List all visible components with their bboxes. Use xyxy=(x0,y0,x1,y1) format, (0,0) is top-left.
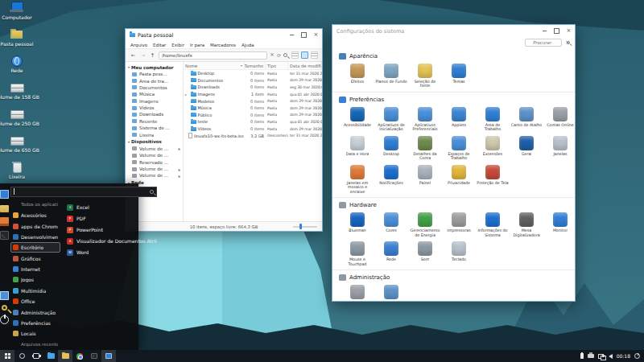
start-menu-category[interactable]: Gráficos xyxy=(10,253,60,263)
menu-item[interactable]: Ir para xyxy=(190,43,204,47)
start-menu-category[interactable]: Jogos xyxy=(10,274,60,285)
printer-icon[interactable] xyxy=(588,354,594,358)
eject-icon[interactable]: ▲ xyxy=(178,174,180,178)
file-row[interactable]: ▸ Imagens 1 item Pasta qua 01 abr 2020 0… xyxy=(184,91,322,98)
computer-icon[interactable] xyxy=(0,190,9,199)
settings-task[interactable] xyxy=(101,350,116,362)
settings-item[interactable]: Rede xyxy=(374,239,408,268)
settings-item[interactable]: Configurações Nvidia xyxy=(341,282,374,301)
desktop-icon[interactable]: Computador xyxy=(0,2,43,27)
settings-item[interactable]: Blueman xyxy=(341,210,374,239)
desktop-icon[interactable]: Volume de 158 GB xyxy=(0,81,43,106)
settings-item[interactable]: Som xyxy=(408,239,442,268)
start-menu-category[interactable]: Preferências xyxy=(10,318,60,328)
settings-item[interactable]: Janelas xyxy=(543,134,575,162)
start-menu-category[interactable]: Escritório xyxy=(10,242,60,253)
sidebar-section-header[interactable]: ▾Dispositivos xyxy=(126,138,183,146)
settings-item[interactable]: Geral xyxy=(510,134,543,162)
sidebar-item[interactable]: Recente xyxy=(126,118,183,125)
file-row[interactable]: ▸ linuxfx10-wx-lts-beta.iso 3,2 GB Desco… xyxy=(184,132,322,139)
menu-item[interactable]: Editar xyxy=(153,43,166,47)
settings-item[interactable]: Temas xyxy=(442,61,476,90)
file-row[interactable]: ▸ Desktop 0 itens Pasta ter 31 mar 2020 … xyxy=(184,70,322,77)
settings-item[interactable]: Impressoras xyxy=(442,210,476,239)
icon-view-button[interactable] xyxy=(291,51,299,59)
start-menu-category[interactable]: Office xyxy=(10,296,60,306)
start-menu-category[interactable]: apps de Chrome xyxy=(10,220,60,231)
zoom-slider-thumb[interactable] xyxy=(299,224,302,229)
terminal-launcher[interactable] xyxy=(87,350,101,362)
volume-icon[interactable] xyxy=(609,354,613,359)
maximize-button[interactable] xyxy=(551,25,563,37)
path-input[interactable] xyxy=(159,51,267,60)
compact-view-button[interactable] xyxy=(311,51,318,59)
file-row[interactable]: ▸ Downloads 0 itens Pasta seg 30 mar 202… xyxy=(184,84,322,91)
settings-item[interactable]: Área de Trabalho xyxy=(476,105,510,134)
settings-item[interactable]: Seleção de fonte xyxy=(408,61,442,90)
settings-item[interactable]: Data e Hora xyxy=(341,134,374,162)
sidebar-item[interactable]: Imagens xyxy=(126,98,183,105)
sidebar-device-item[interactable]: Reservado ... xyxy=(126,159,183,166)
menu-item[interactable]: Marcadores xyxy=(210,43,236,47)
sidebar-device-item[interactable]: Volume de ... ▲ xyxy=(126,146,183,152)
settings-item[interactable]: Janelas em mosaico e encaixe xyxy=(341,162,374,195)
file-manager-icon[interactable] xyxy=(0,205,9,212)
sidebar-item[interactable]: Música xyxy=(126,91,183,97)
power-tray-icon[interactable] xyxy=(634,353,640,359)
search-icon[interactable] xyxy=(283,53,287,57)
settings-item[interactable]: Teclado xyxy=(442,239,476,268)
column-header-name[interactable]: Nome xyxy=(184,62,245,69)
column-header-type[interactable]: Tipo xyxy=(266,62,288,69)
search-button[interactable] xyxy=(14,350,29,362)
start-menu-category[interactable]: Acessórios xyxy=(10,210,60,220)
file-manager-launcher[interactable] xyxy=(43,350,58,362)
column-header-size[interactable]: Tamanho xyxy=(245,62,266,69)
start-menu-category[interactable]: Locais xyxy=(10,328,60,339)
settings-item[interactable]: Painel xyxy=(408,162,442,195)
desktop-icon[interactable]: Volume de 650 GB xyxy=(0,134,43,159)
file-row[interactable]: ▸ Música 0 itens Pasta dom 29 mar 2020 2… xyxy=(184,105,322,112)
list-view-button[interactable] xyxy=(301,51,308,59)
desktop-icon[interactable]: Volume de 250 GB xyxy=(0,108,43,133)
settings-item[interactable]: Espaços de Trabalho xyxy=(442,134,476,162)
refresh-icon[interactable]: ⟳ xyxy=(277,53,281,58)
sidebar-section-header[interactable]: ▾Meu computador xyxy=(126,64,183,71)
start-menu-category[interactable]: Desenvolvimento xyxy=(10,232,60,242)
settings-item[interactable]: Aplicativos de Inicialização xyxy=(374,105,408,134)
menu-item[interactable]: Ajuda xyxy=(242,43,254,47)
settings-item[interactable]: Canto de Atalho xyxy=(510,105,543,134)
desktop-icon[interactable]: Pasta pessoal xyxy=(0,28,43,53)
clock[interactable]: 00:18 xyxy=(617,353,630,359)
start-button[interactable] xyxy=(0,350,14,362)
terminal-icon[interactable] xyxy=(0,231,9,240)
settings-item[interactable]: Contas Online xyxy=(543,105,575,134)
sidebar-device-item[interactable]: Volume de ... xyxy=(126,152,183,158)
maximize-button[interactable] xyxy=(298,29,310,41)
file-manager-titlebar[interactable]: Pasta pessoal × xyxy=(126,29,322,41)
settings-item[interactable]: Usuários e Grupos xyxy=(374,282,408,301)
open-folder-task[interactable] xyxy=(58,350,72,362)
settings-titlebar[interactable]: Configurações do sistema × xyxy=(332,25,575,37)
up-button[interactable]: ↑ xyxy=(149,52,156,59)
start-menu-app[interactable]: A Visualizador de Documentos Atril xyxy=(67,236,157,247)
eject-icon[interactable]: ▲ xyxy=(178,167,180,171)
start-menu-app[interactable]: P PDF xyxy=(67,213,157,224)
desktop-icon[interactable]: Lixeira xyxy=(0,161,43,186)
settings-item[interactable]: Efeitos xyxy=(341,61,374,90)
settings-item[interactable]: Extensões xyxy=(476,134,510,162)
sidebar-device-item[interactable]: Volume de ... ▲ xyxy=(126,172,183,179)
sidebar-item[interactable]: Vídeos xyxy=(126,105,183,111)
sidebar-item[interactable]: Pasta pess... xyxy=(126,71,183,77)
close-button[interactable]: × xyxy=(310,29,322,41)
settings-item[interactable]: Notificações xyxy=(374,162,408,195)
start-menu-search[interactable] xyxy=(10,187,157,197)
clear-path-icon[interactable]: × xyxy=(270,52,275,58)
settings-item[interactable]: Acessibilidade xyxy=(341,105,374,134)
settings-item[interactable]: Monitor xyxy=(543,210,575,239)
start-menu-app[interactable]: P PowerPoint xyxy=(67,224,157,236)
back-button[interactable]: ← xyxy=(130,52,137,59)
start-menu-search-input[interactable] xyxy=(14,188,150,195)
start-menu-app[interactable]: W Word xyxy=(67,247,157,258)
settings-item[interactable]: Desktop xyxy=(374,134,408,162)
start-menu-category[interactable]: Multimídia xyxy=(10,286,60,296)
